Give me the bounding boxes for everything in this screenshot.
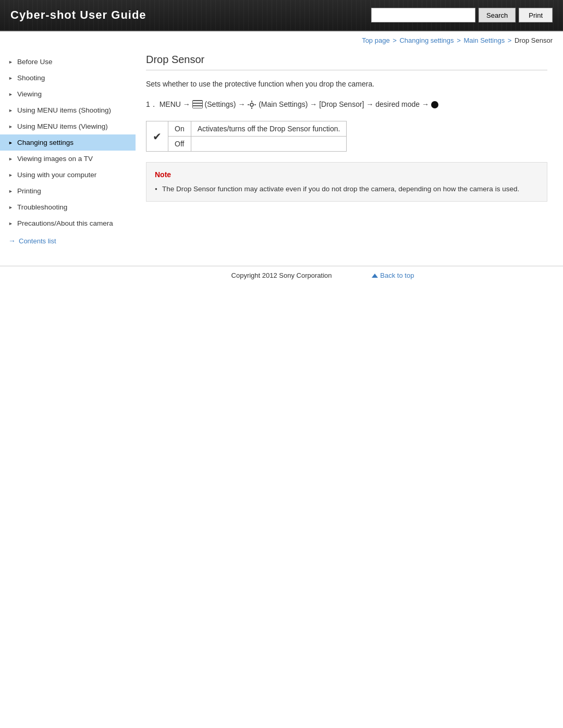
- description: Sets whether to use the protective funct…: [146, 79, 547, 90]
- options-table: ✔ On Activates/turns off the Drop Sensor…: [146, 121, 347, 152]
- sidebar-item-label: Precautions/About this camera: [17, 219, 113, 227]
- sidebar-item-label: Changing settings: [17, 139, 74, 146]
- arrow4: →: [366, 100, 375, 108]
- triangle-up-icon: [372, 274, 378, 278]
- breadcrumb-current: Drop Sensor: [515, 36, 553, 44]
- sidebar-item-9[interactable]: ►Troubleshooting: [0, 199, 136, 215]
- option-off-cell: Off: [168, 137, 191, 152]
- contents-list-link[interactable]: → Contents list: [0, 231, 136, 250]
- sidebar-item-8[interactable]: ►Printing: [0, 183, 136, 199]
- arrow-right-icon: →: [8, 237, 16, 245]
- breadcrumb-main-settings[interactable]: Main Settings: [463, 36, 505, 44]
- note-text: ● The Drop Sensor function may activate …: [155, 183, 538, 195]
- sidebar-item-label: Troubleshooting: [17, 203, 67, 211]
- bullet-icon: ●: [155, 186, 159, 193]
- copyright: Copyright 2012 Sony Corporation: [191, 272, 372, 279]
- sidebar-arrow-icon: ►: [8, 59, 13, 65]
- footer: Copyright 2012 Sony Corporation Back to …: [0, 266, 563, 285]
- contents-list-label: Contents list: [19, 237, 56, 245]
- back-to-top-link[interactable]: Back to top: [372, 272, 553, 279]
- sidebar-item-label: Printing: [17, 187, 41, 195]
- layout: ►Before Use►Shooting►Viewing►Using MENU …: [0, 48, 563, 266]
- sidebar-item-3[interactable]: ►Using MENU items (Shooting): [0, 102, 136, 118]
- sidebar-item-1[interactable]: ►Shooting: [0, 70, 136, 86]
- breadcrumb-top-page[interactable]: Top page: [362, 36, 390, 44]
- search-area: Search Print: [371, 8, 563, 22]
- app-title: Cyber-shot User Guide: [0, 8, 371, 22]
- table-row: ✔ On Activates/turns off the Drop Sensor…: [146, 121, 347, 137]
- arrow1: →: [183, 100, 192, 108]
- print-button[interactable]: Print: [519, 8, 553, 22]
- sidebar-arrow-icon: ►: [8, 124, 13, 129]
- breadcrumb-changing-settings[interactable]: Changing settings: [399, 36, 454, 44]
- sidebar-item-label: Viewing images on a TV: [17, 155, 93, 163]
- sidebar-arrow-icon: ►: [8, 140, 13, 145]
- sidebar-item-label: Viewing: [17, 90, 42, 98]
- menu-label: MENU: [160, 100, 181, 108]
- option-off-description-cell: [191, 137, 347, 152]
- note-label: Note: [155, 169, 538, 180]
- main-content: Drop Sensor Sets whether to use the prot…: [136, 48, 563, 212]
- arrow3: →: [310, 100, 319, 108]
- confirm-icon: [431, 101, 438, 108]
- sidebar-item-label: Shooting: [17, 74, 45, 82]
- instructions: 1． MENU → (Settings) → (Main Settings): [146, 97, 547, 112]
- search-input[interactable]: [371, 8, 475, 22]
- sidebar-arrow-icon: ►: [8, 205, 13, 210]
- sidebar-item-2[interactable]: ►Viewing: [0, 86, 136, 102]
- drop-sensor-bracket: [Drop Sensor]: [319, 100, 364, 108]
- step-number: 1．: [146, 100, 157, 108]
- settings-icon: [192, 100, 203, 108]
- arrow2: →: [238, 100, 247, 108]
- desired-mode-text: desired mode: [375, 100, 420, 108]
- sidebar-arrow-icon: ►: [8, 221, 13, 226]
- breadcrumb: Top page > Changing settings > Main Sett…: [0, 31, 563, 48]
- table-row: Off: [146, 137, 347, 152]
- sidebar-arrow-icon: ►: [8, 172, 13, 178]
- sidebar-item-label: Using with your computer: [17, 171, 96, 179]
- option-on-cell: On: [168, 121, 191, 137]
- svg-point-0: [250, 103, 253, 106]
- sidebar-item-label: Using MENU items (Shooting): [17, 106, 111, 114]
- sidebar-item-10[interactable]: ►Precautions/About this camera: [0, 215, 136, 231]
- arrow5: →: [422, 100, 431, 108]
- sidebar-item-label: Before Use: [17, 58, 53, 66]
- options-table-body: ✔ On Activates/turns off the Drop Sensor…: [146, 121, 347, 152]
- note-content: The Drop Sensor function may activate ev…: [162, 183, 519, 195]
- sidebar-arrow-icon: ►: [8, 92, 13, 97]
- back-to-top-label: Back to top: [380, 272, 414, 279]
- sidebar-arrow-icon: ►: [8, 108, 13, 113]
- sidebar-item-0[interactable]: ►Before Use: [0, 54, 136, 70]
- option-description-cell: Activates/turns off the Drop Sensor func…: [191, 121, 347, 137]
- sidebar-nav: ►Before Use►Shooting►Viewing►Using MENU …: [0, 54, 136, 231]
- checkmark-cell: ✔: [146, 121, 168, 152]
- sidebar: ►Before Use►Shooting►Viewing►Using MENU …: [0, 48, 136, 255]
- search-button[interactable]: Search: [479, 8, 516, 22]
- sidebar-item-5[interactable]: ►Changing settings: [0, 134, 136, 151]
- note-box: Note ● The Drop Sensor function may acti…: [146, 162, 547, 202]
- main-settings-icon: [247, 100, 256, 109]
- settings-text: (Settings): [205, 100, 236, 108]
- sidebar-arrow-icon: ►: [8, 156, 13, 162]
- header: Cyber-shot User Guide Search Print: [0, 0, 563, 31]
- sidebar-item-label: Using MENU items (Viewing): [17, 122, 108, 130]
- sidebar-item-7[interactable]: ►Using with your computer: [0, 167, 136, 183]
- sidebar-arrow-icon: ►: [8, 76, 13, 81]
- sidebar-item-6[interactable]: ►Viewing images on a TV: [0, 151, 136, 167]
- page-title: Drop Sensor: [146, 54, 547, 70]
- sidebar-arrow-icon: ►: [8, 189, 13, 194]
- sidebar-item-4[interactable]: ►Using MENU items (Viewing): [0, 118, 136, 134]
- main-settings-text: (Main Settings): [259, 100, 308, 108]
